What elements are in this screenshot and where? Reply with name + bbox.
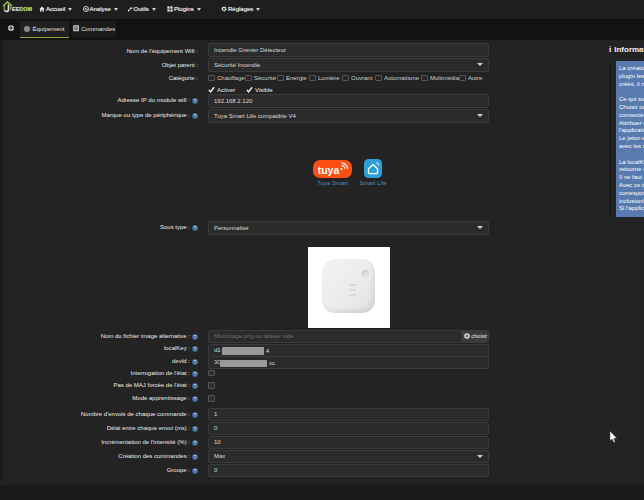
svg-text:tuya: tuya — [318, 164, 340, 176]
